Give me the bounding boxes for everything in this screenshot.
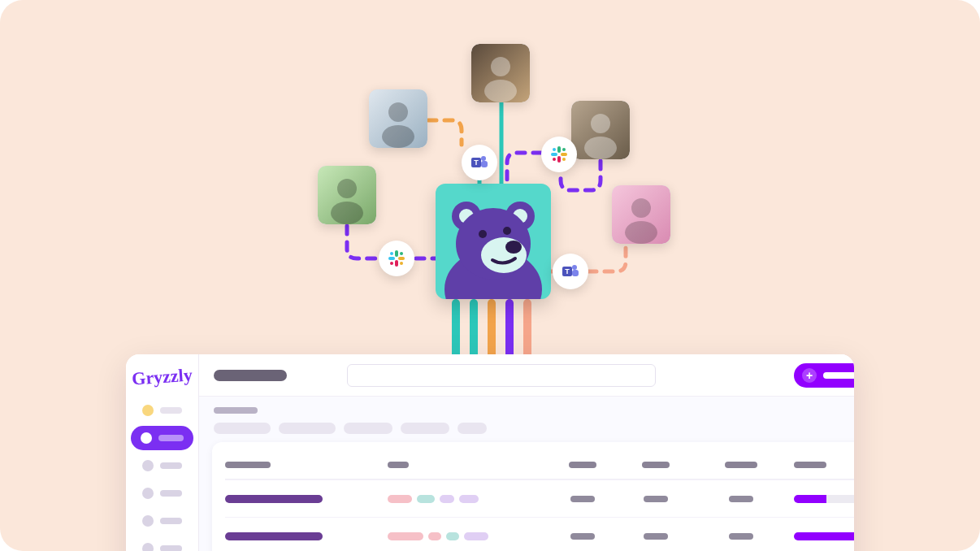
hero-canvas: T T Gryzzly + bbox=[0, 0, 980, 551]
team-avatar-3 bbox=[471, 44, 530, 102]
nav-active[interactable] bbox=[131, 426, 193, 450]
ms-teams-icon: T bbox=[462, 145, 497, 180]
svg-rect-28 bbox=[388, 257, 395, 260]
svg-point-38 bbox=[562, 148, 566, 151]
filter-chip[interactable] bbox=[344, 423, 392, 434]
svg-point-11 bbox=[337, 179, 357, 198]
svg-rect-27 bbox=[395, 260, 398, 267]
nav-dot-icon bbox=[142, 515, 154, 527]
progress-bar bbox=[794, 495, 854, 503]
nav-dot-icon bbox=[142, 543, 154, 551]
column-header[interactable] bbox=[794, 462, 826, 468]
svg-point-31 bbox=[400, 262, 403, 265]
slack-icon bbox=[379, 241, 414, 276]
subheader bbox=[199, 397, 854, 439]
brand-logo[interactable]: Gryzzly bbox=[126, 357, 199, 397]
metric-value bbox=[570, 496, 595, 502]
nav-dot-icon bbox=[142, 488, 154, 499]
svg-point-8 bbox=[479, 230, 487, 238]
svg-point-30 bbox=[400, 252, 403, 255]
svg-point-37 bbox=[553, 148, 556, 151]
gryzzly-bear-tile bbox=[436, 184, 551, 299]
column-header[interactable] bbox=[569, 462, 596, 468]
svg-point-18 bbox=[484, 80, 517, 102]
svg-point-6 bbox=[481, 237, 527, 273]
svg-point-14 bbox=[388, 102, 408, 122]
row-title bbox=[225, 495, 323, 503]
tag-pill bbox=[417, 495, 435, 503]
metric-value bbox=[570, 533, 595, 540]
metric-value bbox=[644, 496, 668, 502]
svg-rect-26 bbox=[398, 257, 405, 260]
svg-rect-44 bbox=[481, 161, 488, 167]
column-header[interactable] bbox=[725, 462, 757, 468]
metric-value bbox=[729, 496, 753, 502]
tag-pill bbox=[388, 495, 412, 503]
progress-bar bbox=[794, 532, 854, 540]
primary-action-button[interactable]: + bbox=[794, 363, 854, 388]
tag-pills bbox=[388, 532, 542, 540]
svg-point-40 bbox=[553, 158, 556, 161]
svg-text:T: T bbox=[474, 158, 479, 167]
team-avatar-4 bbox=[571, 101, 630, 159]
filter-chip[interactable] bbox=[401, 423, 449, 434]
tag-pill bbox=[428, 532, 441, 540]
column-header[interactable] bbox=[388, 462, 409, 468]
svg-rect-25 bbox=[395, 250, 398, 257]
svg-point-43 bbox=[481, 156, 486, 161]
nav-item-3[interactable] bbox=[132, 453, 192, 478]
svg-point-12 bbox=[331, 202, 363, 224]
svg-point-21 bbox=[584, 137, 617, 159]
svg-point-39 bbox=[562, 158, 566, 161]
nav-label bbox=[160, 545, 182, 551]
tag-pill bbox=[446, 532, 459, 540]
nav-label bbox=[160, 407, 182, 414]
svg-rect-35 bbox=[557, 156, 561, 163]
column-header[interactable] bbox=[225, 462, 271, 468]
page-title bbox=[214, 370, 287, 381]
svg-point-24 bbox=[625, 221, 657, 244]
svg-rect-34 bbox=[561, 153, 567, 156]
svg-point-7 bbox=[505, 241, 522, 254]
slack-icon bbox=[541, 137, 577, 172]
ms-teams-icon: T bbox=[553, 254, 588, 289]
column-header[interactable] bbox=[642, 462, 670, 468]
primary-action-label bbox=[823, 372, 854, 379]
row-title bbox=[225, 532, 323, 540]
svg-rect-48 bbox=[572, 270, 579, 276]
search-input[interactable] bbox=[347, 364, 656, 387]
filter-chip[interactable] bbox=[214, 423, 271, 434]
nav-item-5[interactable] bbox=[132, 509, 192, 533]
nav-label bbox=[160, 490, 182, 497]
nav-dot-icon bbox=[142, 405, 154, 416]
table-row[interactable] bbox=[225, 479, 854, 517]
nav-label bbox=[158, 435, 184, 441]
plus-icon: + bbox=[802, 368, 817, 383]
sidebar: Gryzzly bbox=[126, 354, 199, 551]
nav-home[interactable] bbox=[132, 398, 192, 423]
tag-pill bbox=[388, 532, 423, 540]
nav-item-6[interactable] bbox=[132, 536, 192, 551]
svg-point-29 bbox=[390, 252, 393, 255]
metric-value bbox=[644, 533, 668, 540]
nav-item-4[interactable] bbox=[132, 481, 192, 505]
svg-point-32 bbox=[390, 262, 393, 265]
svg-point-23 bbox=[631, 198, 651, 218]
filter-chip[interactable] bbox=[279, 423, 336, 434]
app-window: Gryzzly + bbox=[126, 354, 854, 551]
filter-chip[interactable] bbox=[457, 423, 487, 434]
metric-value bbox=[729, 533, 753, 540]
svg-text:T: T bbox=[565, 267, 570, 276]
breadcrumb bbox=[214, 407, 258, 414]
svg-rect-36 bbox=[551, 153, 557, 156]
team-avatar-5 bbox=[612, 185, 670, 244]
filter-chips bbox=[214, 423, 854, 434]
nav-dot-icon bbox=[141, 432, 152, 444]
nav-dot-icon bbox=[142, 460, 154, 471]
table-row[interactable] bbox=[225, 517, 854, 551]
svg-point-47 bbox=[572, 265, 577, 270]
nav-label bbox=[160, 518, 182, 524]
network-diagram: T T bbox=[0, 0, 980, 390]
table-header bbox=[225, 450, 854, 479]
main-area: + bbox=[199, 354, 854, 551]
